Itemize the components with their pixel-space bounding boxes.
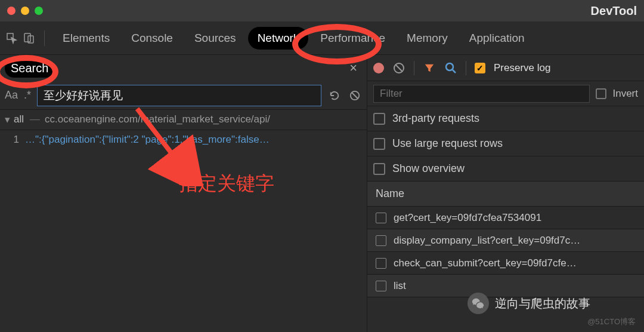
wechat-label: 逆向与爬虫的故事 (495, 296, 590, 312)
divider (466, 61, 466, 75)
traffic-lights (7, 7, 43, 15)
regex-toggle[interactable]: .* (24, 89, 31, 102)
close-icon[interactable]: × (345, 60, 362, 76)
preserve-log-checkbox[interactable]: ✓ (475, 63, 485, 73)
divider (414, 61, 414, 75)
case-sensitive-toggle[interactable]: Aa (5, 89, 18, 102)
device-toggle-icon[interactable] (21, 31, 36, 45)
request-name: display_company_list?cert_key=09fd7c… (394, 235, 580, 247)
tab-memory[interactable]: Memory (397, 27, 457, 50)
filter-row: Invert (367, 81, 644, 106)
result-line-number: 1 (5, 134, 19, 146)
titlebar: DevTool (0, 0, 644, 21)
divider (44, 30, 45, 46)
request-type-icon (376, 213, 386, 223)
request-row[interactable]: get?cert_key=09fd7cfea7534091 (367, 207, 644, 229)
largereq-checkbox[interactable] (373, 138, 385, 150)
wechat-icon (467, 293, 489, 314)
filter-input[interactable] (373, 85, 590, 103)
inspect-icon[interactable] (5, 31, 19, 45)
tab-performance[interactable]: Performance (311, 27, 395, 50)
search-input[interactable] (37, 85, 321, 106)
result-separator: — (30, 113, 40, 126)
largereq-label: Use large request rows (392, 137, 503, 150)
search-results: ▾ all — cc.oceanengine.com/material_mark… (0, 110, 367, 332)
thirdparty-row: 3rd-party requests (367, 106, 644, 131)
devtools-tabbar: Elements Console Sources Network Perform… (0, 21, 644, 55)
clear-icon[interactable] (348, 88, 362, 103)
search-icon[interactable] (444, 62, 457, 75)
network-toolbar: ✓ Preserve log (367, 55, 644, 81)
request-type-icon (376, 258, 386, 269)
main-content: Search × Aa .* ▾ all — cc.oceanengine.co… (0, 55, 644, 332)
invert-checkbox[interactable] (596, 88, 606, 99)
search-panel: Search × Aa .* ▾ all — cc.oceanengine.co… (0, 55, 367, 332)
tab-application[interactable]: Application (460, 27, 534, 50)
network-panel: ✓ Preserve log Invert 3rd-party requests… (367, 55, 644, 332)
invert-label: Invert (612, 88, 638, 100)
largereq-row: Use large request rows (367, 131, 644, 156)
overview-checkbox[interactable] (373, 163, 385, 175)
thirdparty-label: 3rd-party requests (392, 112, 479, 125)
clear-network-icon[interactable] (392, 62, 405, 75)
result-file-header[interactable]: ▾ all — cc.oceanengine.com/material_mark… (0, 110, 367, 130)
preserve-log-label: Preserve log (494, 62, 550, 74)
result-url: cc.oceanengine.com/material_market_servi… (45, 113, 270, 126)
request-type-icon (376, 235, 386, 246)
app-title: DevTool (591, 4, 637, 18)
wechat-badge: 逆向与爬虫的故事 (467, 293, 590, 314)
search-tab-label[interactable]: Search (5, 59, 54, 78)
request-name: check_can_submit?cert_key=09fd7cfe… (394, 257, 577, 269)
request-row[interactable]: display_company_list?cert_key=09fd7c… (367, 229, 644, 252)
watermark: @51CTO博客 (587, 316, 636, 327)
result-all-label: all (14, 113, 24, 126)
search-header: Search × (0, 55, 367, 81)
chevron-down-icon: ▾ (5, 113, 10, 126)
request-type-icon (376, 281, 386, 291)
result-line[interactable]: 1 …":{"pagination":{"limit":2 "page":1,"… (0, 130, 367, 149)
thirdparty-checkbox[interactable] (373, 113, 385, 125)
tab-console[interactable]: Console (122, 27, 182, 50)
result-line-text: …":{"pagination":{"limit":2 "page":1,"ha… (25, 134, 270, 146)
close-window-button[interactable] (7, 7, 16, 15)
svg-point-5 (446, 63, 453, 70)
overview-label: Show overview (392, 162, 465, 175)
record-button[interactable] (373, 63, 384, 73)
tab-elements[interactable]: Elements (53, 27, 119, 50)
request-name: list (394, 280, 406, 292)
maximize-window-button[interactable] (35, 7, 43, 15)
request-name: get?cert_key=09fd7cfea7534091 (394, 212, 541, 224)
svg-rect-1 (24, 33, 30, 42)
minimize-window-button[interactable] (21, 7, 29, 15)
tab-network[interactable]: Network (248, 27, 309, 50)
name-column-header[interactable]: Name (367, 182, 644, 207)
filter-icon[interactable] (423, 62, 436, 75)
overview-row: Show overview (367, 156, 644, 182)
search-input-row: Aa .* (0, 81, 367, 110)
request-row[interactable]: check_can_submit?cert_key=09fd7cfe… (367, 252, 644, 275)
refresh-icon[interactable] (327, 88, 342, 103)
tab-sources[interactable]: Sources (185, 27, 246, 50)
